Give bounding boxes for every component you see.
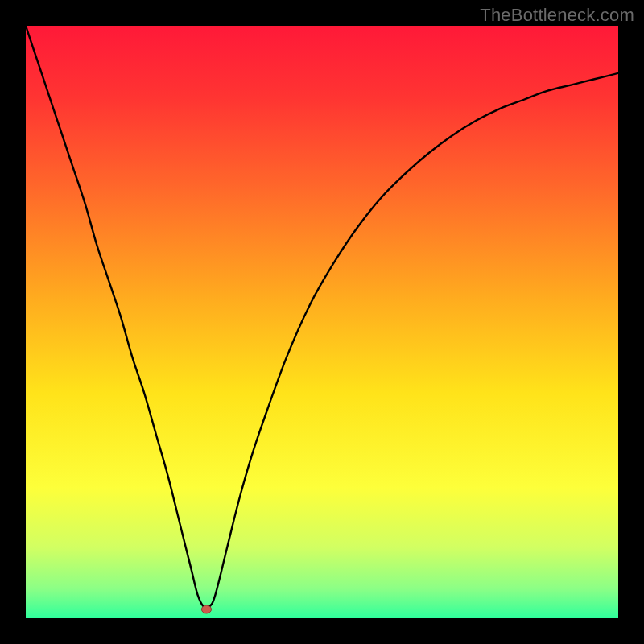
- chart-frame: TheBottleneck.com: [0, 0, 644, 644]
- plot-area: [26, 26, 618, 618]
- gradient-background: [26, 26, 618, 618]
- watermark-text: TheBottleneck.com: [480, 5, 634, 26]
- marker-dot: [201, 605, 211, 613]
- chart-svg: [26, 26, 618, 618]
